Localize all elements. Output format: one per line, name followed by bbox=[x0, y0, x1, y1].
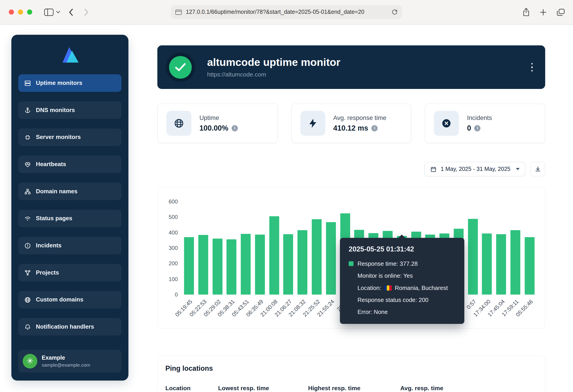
forward-icon[interactable] bbox=[84, 8, 89, 16]
main-content: altumcode uptime monitor https://altumco… bbox=[157, 45, 545, 392]
chart-bar[interactable] bbox=[255, 234, 265, 295]
tooltip-caret bbox=[398, 234, 405, 238]
browser-nav bbox=[44, 5, 89, 19]
sidebar-item-label: Heartbeats bbox=[36, 161, 66, 167]
globe-icon bbox=[167, 111, 192, 136]
stat-value: 0 bbox=[467, 124, 471, 132]
server-monitors-icon bbox=[24, 134, 31, 141]
sidebar-item-server-monitors[interactable]: Server monitors bbox=[18, 128, 122, 146]
download-button[interactable] bbox=[530, 162, 545, 177]
sidebar-item-label: DNS monitors bbox=[36, 107, 75, 113]
chart-bar[interactable] bbox=[198, 235, 208, 294]
chart-bar[interactable] bbox=[468, 219, 478, 294]
info-icon[interactable]: i bbox=[474, 125, 481, 131]
chart-bar[interactable] bbox=[496, 234, 506, 295]
stat-label: Uptime bbox=[199, 114, 238, 122]
x-tick-label: 0:57 bbox=[465, 298, 477, 310]
sidebar-item-custom-domains[interactable]: Custom domains bbox=[18, 291, 122, 308]
page-title: altumcode uptime monitor bbox=[207, 56, 340, 68]
chart-bar[interactable] bbox=[525, 237, 535, 294]
date-range-button[interactable]: 1 May, 2025 - 31 May, 2025 bbox=[425, 162, 525, 177]
close-window-button[interactable] bbox=[9, 10, 14, 15]
stat-label: Avg. response time bbox=[333, 114, 386, 122]
dns-monitors-icon bbox=[24, 107, 31, 114]
stat-value: 410.12 ms bbox=[333, 124, 368, 132]
sidebar-item-status-pages[interactable]: Status pages bbox=[18, 210, 122, 227]
url-bar[interactable]: 127.0.0.1/66uptime/monitor/78?&start_dat… bbox=[171, 5, 402, 19]
stat-card-uptime: Uptime100.00%i bbox=[157, 104, 277, 143]
chart-bar[interactable] bbox=[326, 222, 336, 294]
tabs-overview-icon[interactable] bbox=[556, 8, 565, 16]
avatar: ✳ bbox=[23, 354, 37, 369]
series-swatch bbox=[349, 261, 354, 266]
chart-bar[interactable] bbox=[510, 231, 520, 295]
chart-toolbar: 1 May, 2025 - 31 May, 2025 bbox=[157, 162, 545, 177]
profile-card[interactable]: ✳ Example sample@example.com bbox=[18, 350, 122, 373]
kebab-menu-icon[interactable] bbox=[531, 63, 533, 71]
chart-bar[interactable] bbox=[213, 239, 222, 294]
chart-bar[interactable] bbox=[227, 239, 236, 294]
domain-names-icon bbox=[24, 188, 31, 195]
share-icon[interactable] bbox=[522, 8, 530, 17]
y-tick-label: 200 bbox=[160, 260, 178, 267]
x-circle-icon bbox=[434, 111, 459, 136]
ping-locations-card: Ping locations LocationLowest resp. time… bbox=[157, 355, 545, 392]
chart-bar[interactable] bbox=[312, 219, 322, 294]
chart-bar[interactable] bbox=[184, 237, 194, 294]
y-tick-label: 100 bbox=[160, 276, 178, 283]
browser-actions bbox=[522, 5, 565, 19]
tooltip-row: Monitor is online: Yes bbox=[349, 270, 456, 282]
info-icon[interactable]: i bbox=[232, 125, 238, 131]
ping-locations-header: LocationLowest resp. timeHighest resp. t… bbox=[165, 385, 537, 392]
chart-tooltip: 2025-05-25 01:31:42 Response time: 377.2… bbox=[340, 238, 464, 324]
sidebar-item-label: Incidents bbox=[36, 242, 62, 249]
back-icon[interactable] bbox=[68, 8, 73, 16]
chart-bar[interactable] bbox=[241, 234, 251, 294]
romania-flag-icon bbox=[384, 285, 392, 290]
ping-column-location: Location bbox=[165, 385, 218, 392]
ping-locations-title: Ping locations bbox=[165, 364, 537, 373]
sidebar-item-heartbeats[interactable]: Heartbeats bbox=[18, 156, 122, 173]
sidebar-item-dns-monitors[interactable]: DNS monitors bbox=[18, 101, 122, 119]
minimize-window-button[interactable] bbox=[18, 10, 23, 15]
reload-icon[interactable] bbox=[392, 9, 398, 15]
sidebar-item-label: Uptime monitors bbox=[36, 80, 82, 86]
zoom-window-button[interactable] bbox=[27, 10, 32, 15]
new-tab-icon[interactable] bbox=[540, 9, 547, 16]
projects-icon bbox=[24, 269, 31, 276]
chart-bar[interactable] bbox=[269, 216, 279, 295]
tooltip-row: Error: None bbox=[349, 306, 456, 318]
sidebar-item-incidents[interactable]: Incidents bbox=[18, 237, 122, 254]
y-tick-label: 300 bbox=[160, 245, 178, 251]
sidebar-toggle-icon[interactable] bbox=[44, 8, 54, 16]
sidebar-item-label: Domain names bbox=[36, 188, 77, 195]
chart-bar[interactable] bbox=[482, 233, 492, 294]
sidebar-item-uptime-monitors[interactable]: Uptime monitors bbox=[18, 74, 122, 92]
profile-email: sample@example.com bbox=[42, 362, 90, 368]
chevron-down-icon[interactable] bbox=[56, 11, 60, 14]
tooltip-row: Response time: 377.28 bbox=[349, 258, 456, 269]
url-text: 127.0.0.1/66uptime/monitor/78?&start_dat… bbox=[186, 9, 389, 15]
status-ok-icon bbox=[169, 56, 192, 79]
y-tick-label: 400 bbox=[160, 229, 178, 236]
tooltip-row: Location:Romania, Bucharest bbox=[349, 282, 456, 294]
y-tick-label: 600 bbox=[160, 198, 178, 205]
monitor-header-card: altumcode uptime monitor https://altumco… bbox=[157, 45, 545, 89]
stat-label: Incidents bbox=[467, 114, 492, 122]
sidebar-item-notification-handlers[interactable]: Notification handlers bbox=[18, 318, 122, 336]
monitor-url[interactable]: https://altumcode.com bbox=[207, 71, 340, 78]
sidebar-item-domain-names[interactable]: Domain names bbox=[18, 183, 122, 200]
tooltip-row: Response status code: 200 bbox=[349, 294, 456, 306]
sidebar-item-label: Custom domains bbox=[36, 297, 83, 303]
sidebar-menu: Uptime monitorsDNS monitorsServer monito… bbox=[18, 74, 122, 335]
chart-bar[interactable] bbox=[283, 234, 293, 295]
ping-column-lowest-resp-time: Lowest resp. time bbox=[218, 385, 308, 392]
info-icon[interactable]: i bbox=[372, 125, 378, 131]
chart-bar[interactable] bbox=[298, 230, 307, 295]
stat-card-avg-response-time: Avg. response time410.12 msi bbox=[291, 104, 411, 143]
browser-chrome: 127.0.0.1/66uptime/monitor/78?&start_dat… bbox=[0, 0, 573, 24]
sidebar-item-projects[interactable]: Projects bbox=[18, 264, 122, 282]
status-pages-icon bbox=[24, 215, 31, 222]
app-logo[interactable] bbox=[18, 35, 122, 74]
tooltip-rows: Response time: 377.28Monitor is online: … bbox=[349, 258, 456, 318]
